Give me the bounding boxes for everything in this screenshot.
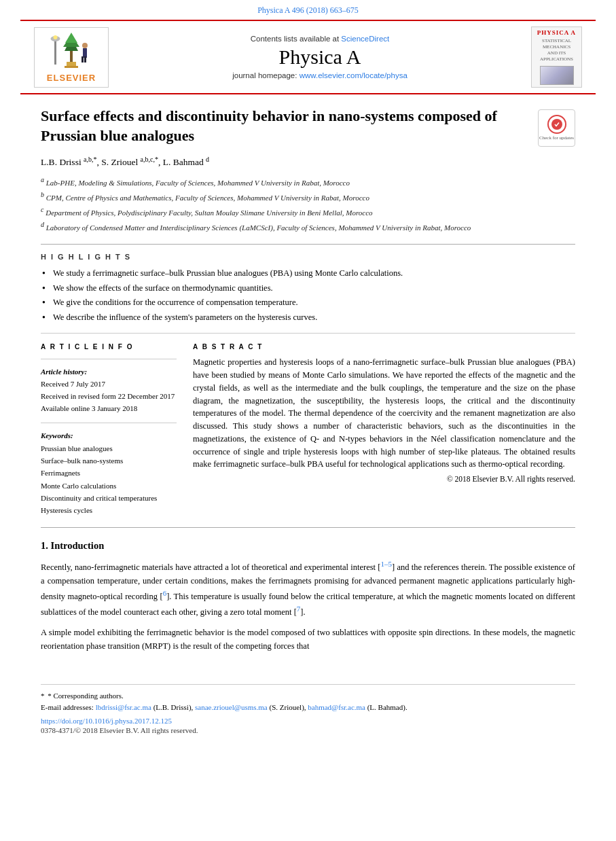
svg-marker-5 [65,33,77,43]
doi-line: https://doi.org/10.1016/j.physa.2017.12.… [41,717,575,725]
revised-date: Received in revised form 22 December 201… [41,391,177,403]
svg-rect-2 [70,51,73,62]
svg-rect-10 [83,48,87,58]
email-footnote: E-mail addresses: lbdrissi@fsr.ac.ma (L.… [41,702,575,713]
title-row: Surface effects and discontinuity behavi… [41,107,575,155]
title-section: Surface effects and discontinuity behavi… [41,107,530,155]
email-label: E-mail addresses: [41,703,94,711]
highlights-section: H I G H L I G H T S We study a ferrimagn… [41,253,575,325]
page-footer: * * Corresponding authors. E-mail addres… [41,684,575,738]
divider-after-highlights [41,333,575,334]
divider-after-affiliations [41,244,575,245]
paper-title: Surface effects and discontinuity behavi… [41,107,530,145]
journal-header: ELSEVIER Contents lists available at Sci… [20,20,596,94]
affil-d: d Laboratory of Condensed Matter and Int… [41,219,575,233]
affiliations-section: a Lab-PHE, Modeling & Simulations, Facul… [41,175,575,234]
divider-after-abstract [41,527,575,528]
intro-paragraph-2: A simple model exhibiting the ferrimagne… [41,626,575,653]
received-date: Received 7 July 2017 [41,378,177,391]
journal-thumbnail: PHYSICA A STATISTICAL MECHANICSAND ITS A… [531,26,582,88]
check-icon [554,121,560,128]
keywords-list: Prussian blue analogues Surface–bulk nan… [41,442,177,516]
journal-title: Physica A [109,46,531,69]
section-name: Introduction [51,540,105,551]
keyword-4: Monte Carlo calculations [41,480,177,492]
main-content: Surface effects and discontinuity behavi… [0,94,616,673]
svg-rect-11 [81,56,84,62]
highlights-list: We study a ferrimagnetic surface–bulk Pr… [41,266,575,325]
elsevier-tree-icon [41,32,102,71]
copyright-line: © 2018 Elsevier B.V. All rights reserved… [193,475,575,483]
svg-rect-6 [54,39,56,65]
ref-7[interactable]: 7 [297,605,301,613]
contents-available-line: Contents lists available at ScienceDirec… [109,35,531,43]
affil-b: b CPM, Centre of Physics and Mathematics… [41,190,575,203]
citation-text: Physica A 496 (2018) 663–675 [257,5,359,15]
elsevier-logo: ELSEVIER [34,27,109,88]
article-history-label: Article history: [41,368,177,376]
abstract-label: A B S T R A C T [193,343,575,351]
highlight-item-4: We describe the influence of the system'… [41,310,575,325]
svg-point-9 [82,43,88,48]
introduction-title: 1. Introduction [41,540,575,552]
intro-paragraph-1: Recently, nano-ferrimagnetic materials h… [41,558,575,619]
check-updates-circle-icon [547,115,566,134]
elsevier-brand-text: ELSEVIER [47,73,96,83]
authors-text: L.B. Drissi a,b,*, S. Zriouel a,b,c,*, L… [41,157,209,167]
sciencedirect-link[interactable]: ScienceDirect [341,35,389,43]
highlights-label: H I G H L I G H T S [41,253,575,261]
affil-a-text: Lab-PHE, Modeling & Simulations, Faculty… [46,178,350,186]
corresponding-label: * Corresponding authors. [48,692,124,700]
journal-homepage-link[interactable]: www.elsevier.com/locate/physa [300,71,407,79]
check-updates-label: Check for updates [539,135,574,141]
highlight-item-3: We give the conditions for the occurrenc… [41,296,575,310]
affil-d-text: Laboratory of Condensed Matter and Inter… [46,223,471,232]
check-updates-badge: Check for updates [538,109,575,147]
abstract-text: Magnetic properties and hysteresis loops… [193,356,575,471]
affil-a: a Lab-PHE, Modeling & Simulations, Facul… [41,175,575,188]
svg-point-8 [54,35,58,39]
ref-6[interactable]: 6 [163,589,167,597]
article-history-dates: Received 7 July 2017 Received in revised… [41,378,177,414]
svg-rect-12 [84,56,86,62]
article-abstract-columns: A R T I C L E I N F O Article history: R… [41,343,575,516]
available-date: Available online 3 January 2018 [41,403,177,415]
footnote-star-icon: * [41,692,45,700]
footnote-text: * * Corresponding authors. [41,690,575,702]
svg-rect-1 [65,66,78,68]
abstract-column: A B S T R A C T Magnetic properties and … [193,343,575,516]
affil-c: c Department of Physics, Polydisciplinar… [41,204,575,218]
authors-line: L.B. Drissi a,b,*, S. Zriouel a,b,c,*, L… [41,155,575,168]
divider-article-info [41,359,177,359]
email-drissi[interactable]: lbdrissi@fsr.ac.ma [96,703,151,711]
article-info-label: A R T I C L E I N F O [41,343,177,351]
email-zriouel[interactable]: sanae.zriouel@usms.ma [195,703,268,711]
highlight-item-2: We show the effects of the surface on th… [41,281,575,296]
keyword-6: Hysteresis cycles [41,504,177,516]
affil-b-text: CPM, Centre of Physics and Mathematics, … [46,194,369,202]
page-wrapper: Physica A 496 (2018) 663–675 [0,0,616,841]
keyword-1: Prussian blue analogues [41,442,177,454]
keywords-label: Keywords: [41,431,177,440]
keyword-3: Ferrimagnets [41,467,177,479]
journal-center-info: Contents lists available at ScienceDirec… [109,35,531,79]
keyword-2: Surface–bulk nano-systems [41,454,177,467]
ref-1-5[interactable]: 1–5 [381,560,393,568]
keyword-5: Discontinuity and critical temperatures [41,492,177,504]
top-citation-bar: Physica A 496 (2018) 663–675 [0,0,616,20]
email-bahmad[interactable]: bahmad@fsr.ac.ma [308,703,365,711]
divider-keywords [41,423,177,423]
article-info-column: A R T I C L E I N F O Article history: R… [41,343,177,516]
affil-c-text: Department of Physics, Polydisciplinary … [46,209,372,217]
doi-link[interactable]: https://doi.org/10.1016/j.physa.2017.12.… [41,717,172,725]
highlight-item-1: We study a ferrimagnetic surface–bulk Pr… [41,266,575,281]
issn-line: 0378-4371/© 2018 Elsevier B.V. All right… [41,726,575,734]
introduction-section: 1. Introduction Recently, nano-ferrimagn… [41,540,575,653]
section-number: 1. [41,540,48,551]
journal-homepage-line: journal homepage: www.elsevier.com/locat… [109,71,531,79]
